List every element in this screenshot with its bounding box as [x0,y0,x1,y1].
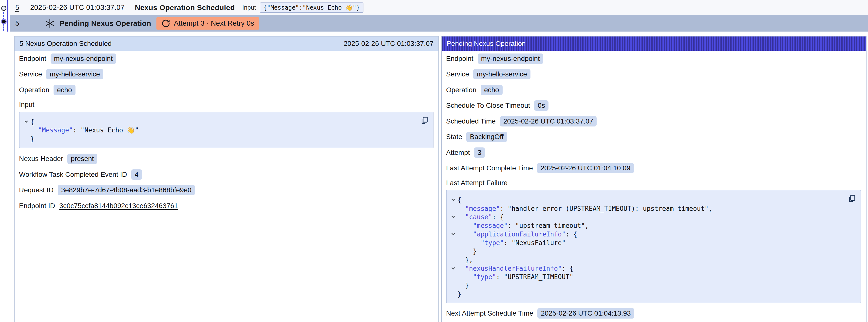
json-gutter [449,256,458,264]
json-code: "cause": { [458,213,504,221]
timeline-dot-pending-selected[interactable] [1,19,7,24]
field-label: Scheduled Time [446,117,496,125]
json-line: "type": "UPSTREAM_TIMEOUT" [449,273,846,281]
event-id-link[interactable]: 5 [15,19,19,27]
json-code: "Message": "Nexus Echo 👋" [30,126,139,135]
json-gutter [449,196,458,204]
field-row: Attempt3 [446,145,861,161]
selection-accent-bar [7,0,8,32]
json-code: "nexusHandlerFailureInfo": { [458,264,574,273]
json-gutter [22,118,30,126]
retry-badge-label: Attempt 3 · Next Retry 0s [174,19,254,27]
collapse-chevron-icon[interactable] [452,197,455,201]
pending-operation-panel: Pending Nexus Operation Endpointmy-nexus… [441,36,867,322]
field-value-badge: 3 [474,148,485,158]
event-timestamp: 2025-02-26 UTC 01:03:37.07 [30,3,124,11]
json-line: } [449,247,846,256]
json-code: } [458,290,461,298]
panel-title: Pending Nexus Operation [446,40,526,47]
input-inline-value[interactable]: {"Message":"Nexus Echo 👋"} [260,2,363,13]
collapse-chevron-icon[interactable] [452,232,455,235]
json-code: "message": "upstream timeout", [458,221,589,230]
retry-badge: Attempt 3 · Next Retry 0s [156,17,259,30]
json-gutter [449,290,458,298]
field-value-badge: 2025-02-26 UTC 01:04:13.93 [537,308,634,319]
field-value-badge: my-hello-service [473,69,530,79]
field-value-badge: present [67,154,97,164]
field-row: Schedule To Close Timeout0s [446,98,861,114]
field-label: Endpoint ID [19,202,55,210]
json-line: } [449,290,846,298]
field-value-badge: my-hello-service [46,69,103,79]
field-label: Workflow Task Completed Event ID [19,171,127,179]
field-label: State [446,133,462,141]
input-section-label: Input [19,98,434,112]
json-line: "nexusHandlerFailureInfo": { [449,264,846,273]
field-row: Last Attempt Complete Time2025-02-26 UTC… [446,161,861,176]
field-label: Endpoint [446,55,473,63]
json-line: }, [449,256,846,264]
json-code: "applicationFailureInfo": { [458,230,577,239]
copy-icon [420,116,429,125]
timeline-dot-scheduled[interactable] [1,6,6,11]
field-value-link[interactable]: 3c0c75ccfa8144b092c13ce632463761 [59,202,178,210]
json-code: "type": "NexusFailure" [458,239,565,247]
field-label: Operation [19,86,49,94]
field-label: Endpoint [19,55,46,63]
json-line: } [449,281,846,290]
field-row: Operationecho [19,82,434,98]
field-value-badge: echo [54,85,75,95]
json-gutter [449,239,458,247]
field-row: Servicemy-hello-service [446,67,861,82]
json-gutter [449,281,458,290]
field-label: Service [19,70,42,78]
json-line: "message": "upstream timeout", [449,221,846,230]
json-line: "type": "NexusFailure" [449,239,846,247]
event-id-link[interactable]: 5 [15,3,19,11]
field-row: Operationecho [446,82,861,98]
field-value-badge: 2025-02-26 UTC 01:04:10.09 [537,163,634,173]
json-code: "message": "handler error (UPSTREAM_TIME… [458,204,712,213]
json-gutter [449,273,458,281]
json-code: } [30,135,34,143]
json-gutter [449,247,458,256]
collapse-chevron-icon[interactable] [24,119,28,123]
field-row: Endpointmy-nexus-endpoint [19,51,434,67]
json-code: }, [458,256,473,264]
copy-button[interactable] [847,194,857,204]
failure-json-viewer: { "message": "handler error (UPSTREAM_TI… [446,190,861,303]
event-row-pending[interactable]: 5 Pending Nexus Operation Attempt 3 · Ne… [10,15,868,32]
collapse-chevron-icon[interactable] [452,215,455,218]
field-row: Endpointmy-nexus-endpoint [446,51,861,67]
panel-header: Pending Nexus Operation [442,36,866,51]
copy-button[interactable] [420,116,429,126]
json-gutter [449,204,458,213]
json-code: { [458,196,461,204]
event-title: Pending Nexus Operation [59,19,151,28]
panel-timestamp: 2025-02-26 UTC 01:03:37.07 [344,40,434,47]
field-row: Endpoint ID3c0c75ccfa8144b092c13ce632463… [19,198,434,214]
panel-header: 5 Nexus Operation Scheduled 2025-02-26 U… [14,36,438,51]
field-label: Attempt [446,149,470,157]
json-code: "type": "UPSTREAM_TIMEOUT" [458,273,574,281]
json-line: "applicationFailureInfo": { [449,230,846,239]
json-gutter [449,230,458,239]
json-line: "Message": "Nexus Echo 👋" [22,126,418,135]
collapse-chevron-icon[interactable] [452,266,455,269]
event-row-scheduled[interactable]: 5 2025-02-26 UTC 01:03:37.07 Nexus Opera… [10,0,868,15]
field-row: Workflow Task Completed Event ID4 [19,167,434,183]
json-gutter [22,126,30,135]
json-gutter [449,264,458,273]
field-label: Nexus Header [19,155,63,163]
event-title: Nexus Operation Scheduled [135,3,235,12]
field-label: Schedule To Close Timeout [446,102,530,109]
field-row: StateBackingOff [446,129,861,145]
field-value-badge: 4 [131,169,142,180]
json-code: } [458,247,477,256]
field-label: Last Attempt Complete Time [446,164,533,172]
field-value-badge: echo [480,85,503,95]
field-value-badge: my-nexus-endpoint [51,54,116,64]
field-row: Next Attempt Schedule Time 2025-02-26 UT… [446,305,861,321]
field-row: Servicemy-hello-service [19,67,434,82]
json-line: "cause": { [449,213,846,221]
